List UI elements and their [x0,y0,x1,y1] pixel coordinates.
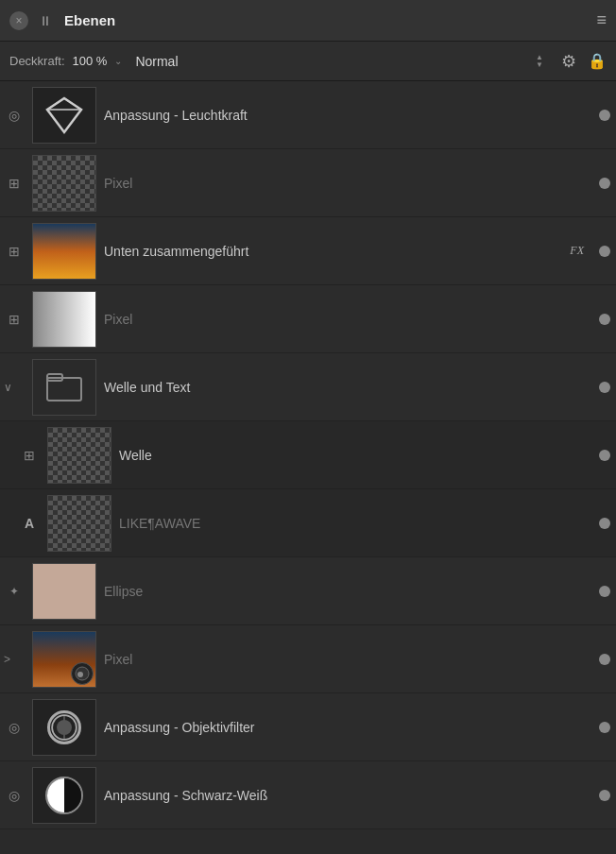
layer-info: Welle und Text [104,380,599,395]
layer-type-icon: A [19,516,40,531]
blend-mode-spinner[interactable]: ▲ ▼ [531,54,548,69]
close-icon: × [15,14,22,27]
layer-info: Ellipse [104,584,599,599]
visibility-dot[interactable] [599,654,610,665]
visibility-dot[interactable] [599,178,610,189]
layer-row-welle[interactable]: ⊞Welle [0,421,616,489]
layer-type-icon: ◎ [4,720,25,735]
layer-info: Unten zusammengeführt [104,244,570,259]
layer-thumbnail [47,495,111,552]
layer-name: Anpassung - Leuchtkraft [104,108,599,123]
layer-row-unten-zusammengefuehrt[interactable]: ⊞Unten zusammengeführtFX [0,217,616,285]
layer-row-like-awave[interactable]: ALIKE¶AWAVE [0,489,616,557]
layer-name: Anpassung - Schwarz-Weiß [104,788,599,803]
layer-info: Welle [119,448,599,463]
layer-row-anpassung-objektivfilter[interactable]: ◎ Anpassung - Objektivfilter [0,693,616,761]
layer-row-ellipse[interactable]: ✦Ellipse [0,557,616,625]
visibility-dot[interactable] [599,518,610,529]
layer-row-welle-und-text[interactable]: ∨ Welle und Text [0,353,616,421]
visibility-dot[interactable] [599,586,610,597]
pause-button[interactable]: ⏸ [36,11,55,30]
menu-icon[interactable]: ≡ [596,10,607,30]
layer-row-right [599,654,610,665]
layer-row-right [599,586,610,597]
lock-icon[interactable]: 🔒 [588,52,607,70]
layer-row-pixel-1[interactable]: ⊞Pixel [0,149,616,217]
layer-thumbnail [32,699,96,756]
layer-type-icon: ⊞ [19,448,40,463]
layer-row-right: FX [570,244,610,258]
visibility-dot[interactable] [599,246,610,257]
svg-marker-0 [47,98,81,132]
layer-name: Pixel [104,652,599,667]
opacity-dropdown-arrow[interactable]: ⌄ [114,56,122,66]
layer-info: Anpassung - Schwarz-Weiß [104,788,599,803]
layer-thumbnail [32,223,96,280]
layer-row-anpassung-schwarzweiss[interactable]: ◎ Anpassung - Schwarz-Weiß [0,761,616,829]
layer-name: Ellipse [104,584,599,599]
layer-type-icon: ⊞ [4,312,25,327]
close-button[interactable]: × [9,11,28,30]
expand-arrow-icon[interactable]: > [4,653,10,666]
layer-name: Pixel [104,176,599,191]
layer-thumbnail [47,427,111,484]
layer-row-right [599,110,610,121]
layer-name: LIKE¶AWAVE [119,516,599,531]
layer-name: Pixel [104,312,599,327]
layer-type-icon: ◎ [4,788,25,803]
layer-info: Anpassung - Objektivfilter [104,720,599,735]
layer-info: Pixel [104,176,599,191]
visibility-dot[interactable] [599,314,610,325]
visibility-dot[interactable] [599,110,610,121]
svg-point-9 [59,722,69,732]
layer-name: Anpassung - Objektivfilter [104,720,599,735]
layer-type-icon: ◎ [4,108,25,123]
layer-thumbnail [32,155,96,212]
fx-badge: FX [570,244,584,258]
opacity-value[interactable]: 100 % [73,54,108,68]
panel-title: Ebenen [64,12,596,28]
layer-thumbnail [32,359,96,416]
svg-line-3 [64,98,81,110]
layer-info: LIKE¶AWAVE [119,516,599,531]
layer-thumbnail [32,87,96,144]
layer-info: Anpassung - Leuchtkraft [104,108,599,123]
layer-list: ◎ Anpassung - Leuchtkraft⊞Pixel⊞Unten zu… [0,81,616,854]
layer-thumbnail [32,291,96,348]
layer-row-pixel-3[interactable]: > Pixel [0,625,616,693]
pixel-overlay-icon [71,662,94,685]
layer-row-right [599,314,610,325]
layer-row-right [599,178,610,189]
spinner-down-icon: ▼ [536,61,543,69]
expand-arrow-icon[interactable]: ∨ [4,381,12,394]
layer-name: Welle [119,448,599,463]
layer-row-anpassung-leuchtkraft[interactable]: ◎ Anpassung - Leuchtkraft [0,81,616,149]
layer-info: Pixel [104,312,599,327]
layer-row-right [599,518,610,529]
visibility-dot[interactable] [599,790,610,801]
layer-info: Pixel [104,652,599,667]
layer-row-right [599,790,610,801]
layer-thumbnail [32,563,96,620]
svg-point-7 [77,672,83,677]
layer-thumbnail [32,767,96,824]
pause-icon: ⏸ [39,13,52,28]
layer-row-pixel-2[interactable]: ⊞Pixel [0,285,616,353]
title-bar: × ⏸ Ebenen ≡ [0,0,616,42]
layer-type-icon: ✦ [4,585,25,598]
layer-row-right [599,722,610,733]
layer-thumbnail [32,631,96,688]
visibility-dot[interactable] [599,382,610,393]
gear-icon[interactable]: ⚙ [561,51,576,72]
layer-row-right [599,450,610,461]
opacity-label: Deckkraft: [9,54,65,68]
svg-line-2 [47,98,64,110]
toolbar: Deckkraft: 100 % ⌄ Normal ▲ ▼ ⚙ 🔒 [0,42,616,81]
layer-type-icon: ⊞ [4,176,25,191]
layer-name: Welle und Text [104,380,599,395]
blend-mode-selector[interactable]: Normal [129,54,523,69]
layer-type-icon: ⊞ [4,244,25,259]
layer-name: Unten zusammengeführt [104,244,570,259]
visibility-dot[interactable] [599,450,610,461]
visibility-dot[interactable] [599,722,610,733]
